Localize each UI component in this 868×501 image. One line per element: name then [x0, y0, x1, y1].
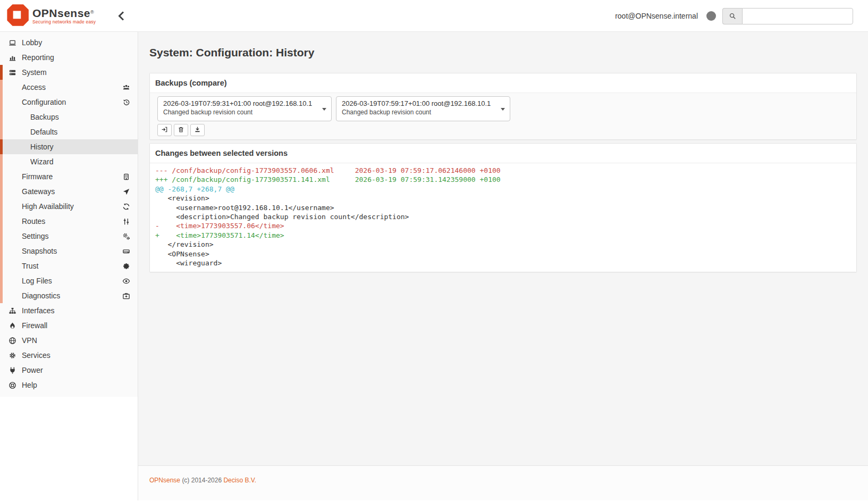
sidebar-item-label: Lobby — [22, 38, 42, 47]
sidebar-item-label: System — [22, 68, 47, 77]
sidebar-item-snapshots[interactable]: Snapshots — [0, 244, 138, 258]
trash-icon — [178, 126, 184, 135]
sidebar-item-label: Settings — [22, 232, 49, 240]
page-title: System: Configuration: History — [149, 32, 857, 73]
diff-line: <revision> — [155, 194, 851, 203]
sidebar-item-label: Configuration — [22, 98, 66, 106]
sidebar-item-lobby[interactable]: Lobby — [0, 35, 138, 50]
search-box — [722, 8, 853, 24]
diff-line: +++ /conf/backup/config-1773903571.141.x… — [155, 175, 851, 184]
download-icon — [194, 126, 201, 135]
sidebar-item-label: Help — [22, 381, 37, 389]
life-ring-icon — [7, 381, 17, 389]
laptop-icon — [7, 39, 17, 47]
search-icon — [722, 8, 742, 24]
top-header: OPNsense® Securing networks made easy ro… — [0, 0, 868, 32]
opnsense-logo-icon — [5, 4, 29, 28]
sidebar-item-label: Services — [22, 351, 50, 360]
sidebar-item-label: High Availability — [22, 202, 74, 211]
backup-b-description: Changed backup revision count — [342, 108, 497, 116]
sidebar-item-gateways[interactable]: Gateways — [0, 184, 138, 199]
sidebar-item-backups[interactable]: Backups — [0, 110, 138, 124]
diff-line: <wireguard> — [155, 258, 851, 268]
sidebar-item-reporting[interactable]: Reporting — [0, 50, 138, 65]
brand-tagline: Securing networks made easy — [32, 20, 96, 24]
sidebar-item-help[interactable]: Help — [0, 378, 138, 393]
sidebar: Lobby Reporting System Access Configurat… — [0, 32, 138, 500]
sidebar-item-power[interactable]: Power — [0, 363, 138, 378]
backup-select-a[interactable]: 2026-03-19T07:59:31+01:00 root@192.168.1… — [157, 96, 332, 121]
eye-icon — [122, 277, 130, 285]
backup-select-b[interactable]: 2026-03-19T07:59:17+01:00 root@192.168.1… — [336, 96, 510, 121]
diff-line: </revision> — [155, 240, 851, 249]
location-arrow-icon — [122, 188, 130, 196]
sidebar-item-high-availability[interactable]: High Availability — [0, 199, 138, 214]
sitemap-icon — [7, 307, 17, 315]
backups-panel-body: 2026-03-19T07:59:31+01:00 root@192.168.1… — [150, 93, 856, 139]
sidebar-item-log-files[interactable]: Log Files — [0, 273, 138, 288]
deciso-footer-link[interactable]: Deciso B.V. — [223, 477, 256, 484]
logged-in-user: root@OPNsense.internal — [615, 12, 698, 20]
status-dot-icon[interactable] — [706, 11, 716, 21]
brand[interactable]: OPNsense® Securing networks made easy — [0, 4, 114, 28]
sidebar-item-wizard[interactable]: Wizard — [0, 154, 138, 169]
sidebar-item-routes[interactable]: Routes — [0, 214, 138, 229]
copyright-text: (c) 2014-2026 — [182, 477, 222, 484]
fire-icon — [7, 322, 17, 330]
sidebar-item-system[interactable]: System — [0, 65, 138, 80]
sidebar-nav: Lobby Reporting System Access Configurat… — [0, 32, 138, 397]
sidebar-item-label: Wizard — [30, 157, 54, 166]
sidebar-item-diagnostics[interactable]: Diagnostics — [0, 288, 138, 303]
sidebar-collapse-icon[interactable] — [115, 10, 128, 22]
medkit-icon — [122, 292, 130, 300]
chart-icon — [7, 54, 17, 62]
sidebar-item-trust[interactable]: Trust — [0, 258, 138, 273]
backup-b-timestamp: 2026-03-19T07:59:17+01:00 root@192.168.1… — [342, 99, 497, 107]
sidebar-item-history[interactable]: History — [0, 139, 138, 154]
sidebar-item-firewall[interactable]: Firewall — [0, 318, 138, 333]
gears-icon — [122, 232, 130, 240]
changes-panel: Changes between selected versions --- /c… — [149, 143, 857, 272]
opnsense-footer-link[interactable]: OPNsense — [149, 477, 180, 484]
diff-line: @@ -268,7 +268,7 @@ — [155, 185, 851, 194]
search-input[interactable] — [742, 8, 853, 24]
sidebar-item-vpn[interactable]: VPN — [0, 333, 138, 348]
certificate-icon — [122, 262, 130, 270]
sidebar-item-services[interactable]: Services — [0, 348, 138, 363]
diff-line: <username>root@192.168.10.1</username> — [155, 203, 851, 212]
refresh-icon — [122, 203, 130, 211]
delete-backup-button[interactable] — [174, 124, 188, 136]
sidebar-item-label: Log Files — [22, 277, 52, 285]
restore-backup-button[interactable] — [157, 124, 172, 136]
sidebar-item-defaults[interactable]: Defaults — [0, 124, 138, 139]
sidebar-item-label: History — [30, 143, 54, 151]
sidebar-item-label: Power — [22, 366, 43, 374]
sidebar-item-label: Access — [22, 83, 46, 91]
header-right: root@OPNsense.internal — [615, 0, 853, 32]
brand-text: OPNsense® Securing networks made easy — [32, 7, 96, 24]
diff-line: - <time>1773903557.06</time> — [155, 221, 851, 230]
sidebar-item-configuration[interactable]: Configuration — [0, 95, 138, 110]
download-backup-button[interactable] — [190, 124, 205, 136]
diff-line: --- /conf/backup/config-1773903557.0606.… — [155, 166, 851, 175]
sidebar-item-access[interactable]: Access — [0, 80, 138, 95]
sidebar-item-label: Gateways — [22, 187, 55, 196]
plug-icon — [7, 366, 17, 374]
history-icon — [122, 98, 130, 106]
sidebar-item-label: Reporting — [22, 53, 54, 62]
brand-name: OPNsense — [32, 7, 90, 19]
main-content: System: Configuration: History Backups (… — [138, 32, 868, 465]
sidebar-item-firmware[interactable]: Firmware — [0, 169, 138, 184]
sidebar-item-label: Defaults — [30, 128, 57, 136]
backups-panel-title: Backups (compare) — [150, 73, 856, 93]
gear-icon — [7, 352, 17, 360]
sidebar-item-interfaces[interactable]: Interfaces — [0, 303, 138, 318]
changes-panel-title: Changes between selected versions — [150, 144, 856, 163]
sidebar-item-label: Firewall — [22, 321, 47, 330]
sidebar-item-settings[interactable]: Settings — [0, 229, 138, 244]
sidebar-item-label: Trust — [22, 262, 38, 270]
diff-line: <description>Changed backup revision cou… — [155, 212, 851, 221]
backups-panel: Backups (compare) 2026-03-19T07:59:31+01… — [149, 73, 857, 140]
chevron-down-icon — [322, 108, 326, 111]
chevron-down-icon — [501, 108, 505, 111]
